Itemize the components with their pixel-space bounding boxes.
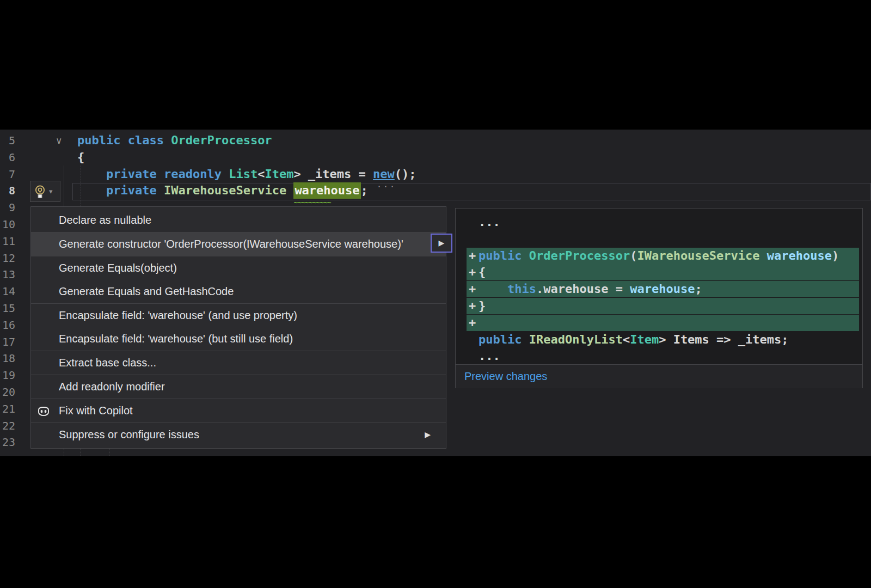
- line-number: 5: [0, 132, 15, 149]
- preview-diff: ... +public OrderProcessor(IWarehouseSer…: [456, 209, 862, 364]
- quick-actions-menu: Declare as nullable Generate constructor…: [30, 206, 446, 449]
- line-number: 15: [0, 300, 15, 316]
- line-number: 12: [0, 250, 15, 266]
- menu-item-label: Encapsulate field: 'warehouse' (but stil…: [59, 333, 293, 345]
- line-number: 7: [0, 166, 15, 182]
- suggestion-dots: ...: [377, 180, 396, 189]
- menu-item-label: Generate Equals and GetHashCode: [59, 285, 234, 297]
- screen: 567891011121314151617181920212223 ∨ publ…: [0, 0, 871, 588]
- line-number: 19: [0, 367, 15, 383]
- line-number: 18: [0, 350, 15, 366]
- preview-row-added: +: [467, 315, 859, 331]
- scope-guide-line: [64, 166, 64, 207]
- line-number: 6: [0, 149, 15, 166]
- menu-item-generate-constructor[interactable]: Generate constructor 'OrderProcessor(IWa…: [31, 232, 446, 256]
- line-number: 10: [0, 216, 15, 232]
- indent-guide-line: [81, 449, 81, 456]
- line-number: 9: [0, 199, 15, 216]
- submenu-arrow-icon: ▶: [439, 238, 445, 247]
- preview-row-added: +{: [467, 264, 859, 280]
- lightbulb-widget[interactable]: ▾: [30, 181, 60, 202]
- diff-plus: +: [469, 315, 479, 331]
- preview-row: [456, 231, 862, 247]
- preview-panel-footer: Preview changes: [456, 364, 862, 388]
- preview-row: public IReadOnlyList<Item> Items => _ite…: [456, 332, 862, 348]
- line-number: 20: [0, 384, 15, 400]
- constructor-submenu-button[interactable]: ▶: [431, 234, 452, 253]
- line-number: 21: [0, 401, 15, 417]
- line-number: 22: [0, 418, 15, 434]
- menu-item-extract-base-class[interactable]: Extract base class...: [31, 351, 446, 375]
- line-number: 8: [0, 182, 15, 199]
- preview-row: ...: [456, 348, 862, 364]
- menu-item-encapsulate-still-use-field[interactable]: Encapsulate field: 'warehouse' (but stil…: [31, 327, 446, 351]
- code-line-6[interactable]: {: [77, 149, 84, 166]
- menu-item-fix-with-copilot[interactable]: Fix with Copilot: [31, 399, 446, 422]
- menu-item-label: Declare as nullable: [59, 214, 151, 226]
- diff-plus: +: [469, 298, 479, 314]
- submenu-arrow-icon: ▶: [425, 423, 431, 446]
- preview-panel: ... +public OrderProcessor(IWarehouseSer…: [455, 208, 863, 388]
- menu-item-label: Extract base class...: [59, 357, 156, 369]
- preview-row-added: +public OrderProcessor(IWarehouseService…: [467, 248, 859, 264]
- copilot-icon: [36, 403, 52, 418]
- line-number: 17: [0, 334, 15, 350]
- line-number: 14: [0, 283, 15, 299]
- indent-guide-line: [64, 449, 64, 456]
- diff-plus: +: [469, 264, 479, 280]
- diff-plus: +: [469, 281, 479, 297]
- line-number: 13: [0, 266, 15, 283]
- line-number: 23: [0, 434, 15, 450]
- lightbulb-dropdown-icon[interactable]: ▾: [49, 187, 53, 195]
- menu-item-label: Encapsulate field: 'warehouse' (and use …: [59, 309, 297, 321]
- menu-item-suppress-or-configure[interactable]: Suppress or configure issues ▶: [31, 423, 446, 446]
- menu-item-encapsulate-use-property[interactable]: Encapsulate field: 'warehouse' (and use …: [31, 304, 446, 327]
- code-line-5[interactable]: public class OrderProcessor: [77, 132, 272, 149]
- line-number: 11: [0, 233, 15, 249]
- preview-row-added: + this.warehouse = warehouse;: [467, 281, 859, 297]
- preview-row-added: +}: [467, 298, 859, 314]
- fold-chevron-icon[interactable]: ∨: [56, 133, 62, 149]
- menu-item-declare-as-nullable[interactable]: Declare as nullable: [31, 209, 446, 232]
- preview-changes-link[interactable]: Preview changes: [464, 365, 547, 388]
- menu-item-label: Generate Equals(object): [59, 262, 177, 274]
- menu-item-label: Fix with Copilot: [59, 405, 133, 416]
- menu-item-label: Add readonly modifier: [59, 381, 165, 393]
- line-number: 16: [0, 317, 15, 333]
- lightbulb-icon: [34, 185, 46, 199]
- code-line-7[interactable]: private readonly List<Item> _items = new…: [77, 166, 416, 182]
- code-line-8[interactable]: private IWarehouseService warehouse;: [77, 182, 368, 199]
- indent-guide-line: [109, 449, 109, 456]
- menu-item-label: Generate constructor 'OrderProcessor(IWa…: [59, 238, 403, 250]
- diff-plus: +: [469, 248, 479, 264]
- menu-item-generate-equals-gethashcode[interactable]: Generate Equals and GetHashCode: [31, 280, 446, 303]
- menu-item-add-readonly-modifier[interactable]: Add readonly modifier: [31, 375, 446, 399]
- preview-row: ...: [456, 214, 862, 230]
- menu-item-label: Suppress or configure issues: [59, 428, 199, 440]
- menu-item-generate-equals-object[interactable]: Generate Equals(object): [31, 256, 446, 280]
